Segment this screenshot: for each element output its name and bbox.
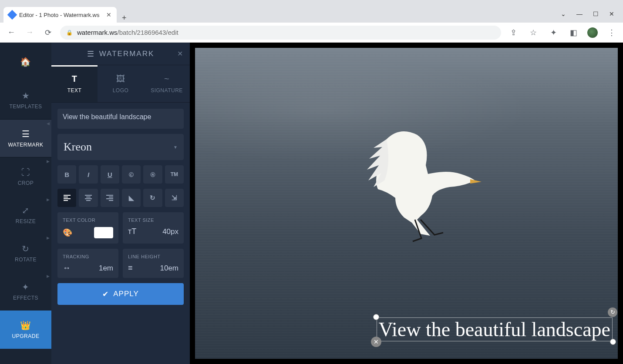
textsize-icon: тT [128, 227, 136, 236]
collapse-icon: ◀ [47, 121, 50, 126]
nav-effects[interactable]: ▶✦EFFECTS [0, 272, 51, 311]
watermark-overlay-text: View the beautiful landscape [379, 318, 610, 341]
signature-icon: ~ [164, 74, 169, 84]
close-window-icon[interactable]: ✕ [609, 10, 614, 17]
resize-handle-se[interactable] [610, 339, 616, 345]
rotate-text-button[interactable]: ↻ [143, 189, 162, 207]
text-icon: T [72, 74, 77, 84]
canvas[interactable]: View the beautiful landscape ✕ ↻ [195, 48, 618, 359]
tab-text[interactable]: TTEXT [51, 65, 98, 102]
check-icon: ✔ [102, 290, 109, 299]
close-tab-icon[interactable]: ✕ [106, 11, 111, 18]
apply-label: APPLY [113, 290, 139, 298]
chevron-down-icon: ▼ [173, 145, 178, 150]
font-select[interactable]: Kreon ▼ [57, 134, 184, 160]
close-panel-icon[interactable]: ✕ [177, 50, 184, 58]
lineheight-icon: ≡ [128, 264, 133, 273]
crop-icon: ⛶ [21, 167, 30, 177]
text-color-box[interactable]: TEXT COLOR 🎨 [57, 212, 118, 244]
expand-icon: ▶ [47, 274, 50, 278]
nav-label: UPGRADE [12, 333, 40, 339]
trademark-button[interactable]: TM [165, 165, 184, 184]
expand-icon: ▶ [47, 159, 50, 164]
menu-icon[interactable]: ⋮ [606, 28, 618, 37]
rotate-watermark-icon[interactable]: ↻ [608, 307, 617, 317]
tab-logo[interactable]: 🖼LOGO [98, 65, 144, 102]
align-row: ◣ ↻ ⇲ [57, 189, 184, 207]
line-height-value: 10em [160, 264, 178, 273]
forward-icon[interactable]: → [24, 28, 36, 37]
browser-titlebar: Editor - 1 Photo - Watermark.ws ✕ + ⌄ — … [0, 0, 623, 23]
underline-button[interactable]: U [101, 165, 119, 184]
nav-templates[interactable]: ★TEMPLATES [0, 81, 51, 119]
format-row: B I U © ® TM [57, 165, 184, 184]
tab-label: TEXT [67, 87, 82, 94]
effects-icon: ✦ [22, 282, 30, 292]
sidepanel-icon[interactable]: ◧ [567, 28, 579, 37]
text-size-box[interactable]: TEXT SIZE тT40px [123, 212, 184, 244]
profile-avatar[interactable] [587, 27, 598, 38]
align-center-button[interactable] [79, 189, 98, 207]
canvas-area: View the beautiful landscape ✕ ↻ [190, 43, 623, 364]
registered-button[interactable]: ® [143, 165, 162, 184]
extensions-icon[interactable]: ✦ [547, 28, 559, 37]
line-height-box[interactable]: LINE HEIGHT ≡10em [123, 249, 184, 278]
minimize-icon[interactable]: — [576, 10, 583, 17]
nav-watermark[interactable]: ◀☰WATERMARK [0, 119, 51, 157]
watermark-overlay[interactable]: View the beautiful landscape ✕ ↻ [377, 317, 613, 341]
panel-body: Kreon ▼ B I U © ® TM ◣ ↻ ⇲ TEXT [51, 103, 190, 364]
layers-icon: ☰ [22, 129, 30, 139]
share-icon[interactable]: ⇪ [507, 28, 519, 37]
window-controls: ⌄ — ☐ ✕ [561, 10, 620, 23]
panel-tabs: TTEXT 🖼LOGO ~SIGNATURE [51, 65, 190, 103]
url-host: watermark.ws [77, 29, 118, 36]
tab-label: SIGNATURE [151, 87, 183, 94]
left-nav: 🏠 ★TEMPLATES ◀☰WATERMARK ▶⛶CROP ▶⤢RESIZE… [0, 43, 51, 364]
browser-actions: ⇪ ☆ ✦ ◧ ⋮ [507, 27, 618, 38]
font-name: Kreon [64, 140, 92, 154]
nav-upgrade[interactable]: 👑UPGRADE [0, 311, 51, 349]
bold-button[interactable]: B [57, 165, 76, 184]
watermark-text-input[interactable] [57, 109, 184, 129]
nav-resize[interactable]: ▶⤢RESIZE [0, 196, 51, 234]
nav-rotate[interactable]: ▶↻ROTATE [0, 234, 51, 272]
align-right-button[interactable] [101, 189, 119, 207]
align-left-button[interactable] [57, 189, 76, 207]
color-swatch[interactable] [94, 227, 113, 238]
new-tab-button[interactable]: + [117, 13, 132, 23]
nav-home[interactable]: 🏠 [0, 43, 51, 81]
text-color-label: TEXT COLOR [63, 217, 113, 223]
resize-icon: ⤢ [22, 205, 30, 216]
angle-button[interactable]: ◣ [122, 189, 141, 207]
text-size-label: TEXT SIZE [128, 217, 178, 223]
tracking-label: TRACKING [63, 254, 113, 259]
tab-label: LOGO [113, 87, 129, 94]
copyright-button[interactable]: © [122, 165, 141, 184]
url-field[interactable]: 🔒 watermark.ws/batch/21869643/edit [60, 26, 501, 40]
maximize-icon[interactable]: ☐ [593, 10, 599, 17]
address-bar: ← → ⟳ 🔒 watermark.ws/batch/21869643/edit… [0, 23, 623, 43]
palette-icon: 🎨 [63, 228, 72, 237]
nav-crop[interactable]: ▶⛶CROP [0, 157, 51, 196]
bookmark-icon[interactable]: ☆ [527, 28, 539, 37]
delete-watermark-icon[interactable]: ✕ [371, 337, 381, 347]
compress-button[interactable]: ⇲ [165, 189, 184, 207]
nav-label: EFFECTS [13, 295, 38, 301]
home-icon: 🏠 [20, 57, 31, 67]
tab-signature[interactable]: ~SIGNATURE [144, 65, 190, 102]
tracking-box[interactable]: TRACKING ↔1em [57, 249, 118, 278]
reload-icon[interactable]: ⟳ [42, 28, 54, 37]
star-icon: ★ [22, 90, 30, 101]
tab-title: Editor - 1 Photo - Watermark.ws [19, 12, 99, 18]
back-icon[interactable]: ← [5, 28, 17, 37]
browser-tab[interactable]: Editor - 1 Photo - Watermark.ws ✕ [3, 7, 117, 23]
italic-button[interactable]: I [79, 165, 98, 184]
nav-label: WATERMARK [8, 142, 43, 148]
panel-title: ☰ WATERMARK ✕ [51, 43, 190, 65]
chevron-down-icon[interactable]: ⌄ [561, 10, 566, 17]
nav-label: ROTATE [15, 257, 37, 263]
resize-handle-nw[interactable] [373, 314, 379, 320]
nav-label: CROP [18, 180, 34, 186]
panel-title-text: WATERMARK [99, 50, 155, 58]
apply-button[interactable]: ✔APPLY [57, 283, 184, 305]
